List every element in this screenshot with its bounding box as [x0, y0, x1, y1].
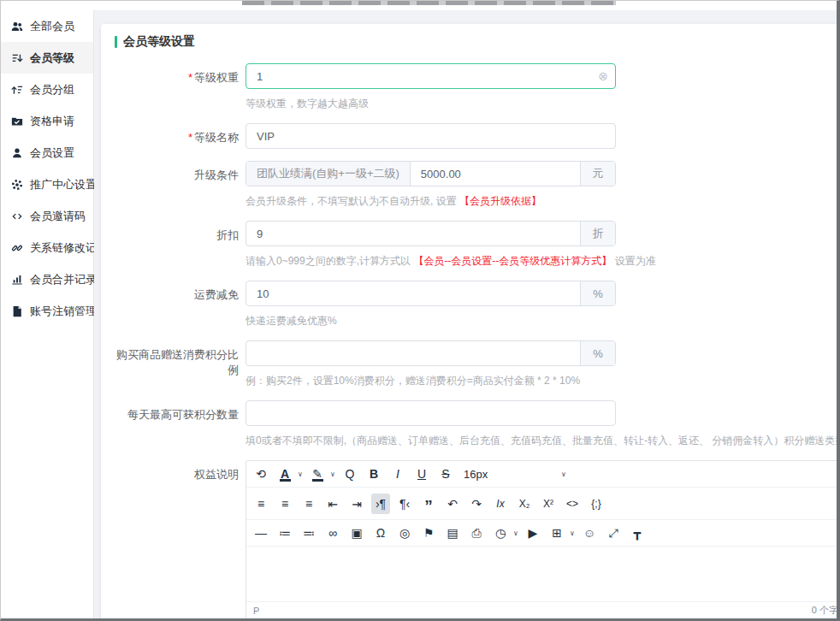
insert-datetime-icon[interactable]: ◷ — [491, 523, 510, 543]
horizontal-rule-icon[interactable]: — — [251, 523, 270, 543]
field-helper: 请输入0~999之间的数字,计算方式以 【会员--会员设置--会员等级优惠计算方… — [245, 253, 656, 269]
upgrade-basis-link[interactable]: 【会员升级依据】 — [459, 195, 541, 207]
sidebar-item-qualification[interactable]: 资格申请 — [0, 105, 93, 137]
ltr-paragraph-icon[interactable]: ›¶ — [371, 494, 390, 514]
emoji-icon[interactable]: ☺ — [580, 523, 599, 543]
highlight-pen-icon[interactable]: ✎ — [308, 464, 327, 484]
insert-image-icon[interactable]: ▣ — [347, 523, 366, 543]
field-label: 购买商品赠送消费积分比例 — [116, 348, 239, 376]
group-sort-icon — [11, 84, 23, 96]
indent-icon[interactable]: ⇥ — [347, 494, 366, 514]
anchor-icon[interactable]: ⚑ — [419, 523, 438, 543]
italic-icon[interactable]: I — [388, 464, 407, 484]
underline-icon[interactable]: U — [412, 464, 431, 484]
discount-input[interactable] — [246, 222, 580, 245]
sidebar-item-merge-log[interactable]: 会员合并记录 — [0, 263, 93, 295]
field-level-name: *等级名称 — [115, 123, 840, 149]
sidebar-item-invitation-code[interactable]: 会员邀请码 — [0, 200, 93, 232]
editor-toolbar-row2: ≡≡≡⇤⇥›¶¶‹”↶↷IxX₂X²<>{;} — [246, 488, 840, 520]
sidebar-item-label: 会员分组 — [30, 82, 74, 98]
subscript-icon[interactable]: X₂ — [515, 494, 534, 514]
search-replace-icon[interactable]: Q — [340, 464, 359, 484]
section-header: 会员等级设置 — [115, 34, 840, 50]
required-asterisk: * — [188, 131, 192, 144]
points-ratio-inputbox: % — [245, 340, 616, 366]
fontsize-select[interactable]: 16px — [464, 464, 515, 484]
align-center-icon[interactable]: ≡ — [275, 494, 294, 514]
field-points-ratio: 购买商品赠送消费积分比例 % 例：购买2件，设置10%消费积分，赠送消费积分=商… — [115, 340, 840, 388]
level-name-inputbox — [245, 123, 616, 149]
format-painter-icon[interactable]: ┳ — [628, 523, 647, 543]
rtl-paragraph-icon[interactable]: ¶‹ — [395, 494, 414, 514]
preview-eye-icon[interactable]: ◎ — [395, 523, 414, 543]
superscript-icon[interactable]: X² — [539, 494, 558, 514]
daily-max-points-input[interactable] — [246, 401, 615, 425]
numbered-list-icon[interactable]: ≕ — [299, 523, 318, 543]
editor-wordcount: 0 个字 — [812, 604, 838, 617]
redo-icon[interactable]: ↷ — [467, 494, 486, 514]
sidebar-item-label: 会员邀请码 — [30, 209, 86, 224]
editor-statusbar: P 0 个字 — [246, 601, 840, 618]
code-sample-icon[interactable]: {;} — [587, 494, 606, 514]
fullscreen-icon[interactable]: ⤢ — [604, 523, 623, 543]
upgrade-type-select[interactable]: 团队业绩满(自购+一级+二级) — [246, 162, 411, 186]
qualification-folder-icon — [11, 115, 23, 127]
unit-percent: % — [580, 281, 615, 305]
history-icon[interactable]: ⟲ — [251, 464, 270, 484]
strikethrough-icon[interactable]: S — [436, 464, 455, 484]
level-weight-inputbox: ⊗ — [245, 63, 616, 89]
bold-icon[interactable]: B — [364, 464, 383, 484]
page-break-icon[interactable]: ▤ — [443, 523, 462, 543]
sidebar-item-label: 会员合并记录 — [30, 272, 97, 287]
sidebar-item-member-settings[interactable]: 会员设置 — [0, 137, 93, 169]
field-helper: 会员升级条件，不填写默认为不自动升级, 设置 【会员升级依据】 — [245, 193, 616, 209]
shipping-input[interactable] — [246, 281, 580, 305]
align-left-icon[interactable]: ≡ — [251, 494, 270, 514]
bullet-list-icon[interactable]: ≔ — [275, 523, 294, 543]
insert-media-icon[interactable]: ▶ — [524, 523, 542, 543]
sidebar-item-member-groups[interactable]: 会员分组 — [0, 74, 93, 105]
sidebar-item-label: 推广中心设置 — [30, 177, 97, 192]
print-icon[interactable]: ⎙ — [467, 523, 486, 543]
admin-window: 全部会员 会员等级 会员分组 资格申请 会员设置 推广中心设置 会员邀请码 关 — [0, 0, 840, 621]
level-sort-icon — [11, 52, 23, 64]
fontsize-chevron-icon[interactable]: ∨ — [559, 464, 568, 484]
sidebar-item-relation-chain-log[interactable]: 关系链修改记录 — [0, 232, 93, 263]
editor-element-path: P — [253, 606, 259, 616]
sidebar-item-promotion-settings[interactable]: 推广中心设置 — [0, 169, 93, 200]
insert-link-icon[interactable]: ∞ — [323, 523, 342, 543]
required-asterisk: * — [188, 71, 192, 84]
clipped-top-text — [242, 0, 616, 5]
sidebar-item-account-cancellation[interactable]: 账号注销管理 — [0, 295, 93, 327]
editor-content-area[interactable] — [246, 547, 840, 601]
points-ratio-input[interactable] — [246, 341, 580, 365]
insert-table-icon[interactable]: ⊞ — [547, 523, 566, 543]
align-right-icon[interactable]: ≡ — [299, 494, 318, 514]
font-color-icon[interactable]: A — [275, 464, 294, 484]
undo-icon[interactable]: ↶ — [443, 494, 462, 514]
rich-text-editor: ⟲A∨✎∨QBIUS16px∨ ≡≡≡⇤⇥›¶¶‹”↶↷IxX₂X²<>{;} … — [245, 460, 840, 619]
field-helper: 填0或者不填即不限制,（商品赠送、订单赠送、后台充值、充值码充值、批量充值、转让… — [245, 433, 840, 448]
inline-code-icon[interactable]: <> — [563, 494, 582, 514]
highlight-chevron-icon[interactable]: ∨ — [328, 464, 337, 484]
font-color-chevron-icon[interactable]: ∨ — [296, 464, 305, 484]
field-label: 折扣 — [216, 228, 239, 241]
datetime-chevron-icon[interactable]: ∨ — [512, 523, 520, 543]
clear-format-icon[interactable]: Ix — [491, 494, 510, 514]
field-daily-max-points: 每天最高可获积分数量 填0或者不填即不限制,（商品赠送、订单赠送、后台充值、充值… — [115, 400, 840, 448]
upgrade-amount-input[interactable] — [411, 162, 580, 186]
outdent-icon[interactable]: ⇤ — [323, 494, 342, 514]
discount-calc-link[interactable]: 【会员--会员设置--会员等级优惠计算方式】 — [413, 255, 612, 267]
clear-input-icon[interactable]: ⊗ — [598, 70, 615, 82]
field-discount: 折扣 折 请输入0~999之间的数字,计算方式以 【会员--会员设置--会员等级… — [115, 221, 840, 269]
level-weight-input[interactable] — [246, 64, 598, 88]
sidebar-item-all-members[interactable]: 全部会员 — [0, 10, 93, 42]
level-name-input[interactable] — [246, 124, 615, 148]
sidebar-item-member-levels[interactable]: 会员等级 — [0, 42, 93, 74]
table-chevron-icon[interactable]: ∨ — [568, 523, 577, 543]
blockquote-icon[interactable]: ” — [419, 490, 438, 517]
special-char-icon[interactable]: Ω — [371, 523, 390, 543]
field-rights-description: 权益说明 ⟲A∨✎∨QBIUS16px∨ ≡≡≡⇤⇥›¶¶‹”↶↷IxX₂X²<… — [115, 460, 840, 621]
link-chain-icon — [11, 242, 23, 254]
main-content: 会员等级设置 *等级权重 ⊗ 等级权重，数字越大越高级 *等级名称 — [94, 10, 840, 621]
